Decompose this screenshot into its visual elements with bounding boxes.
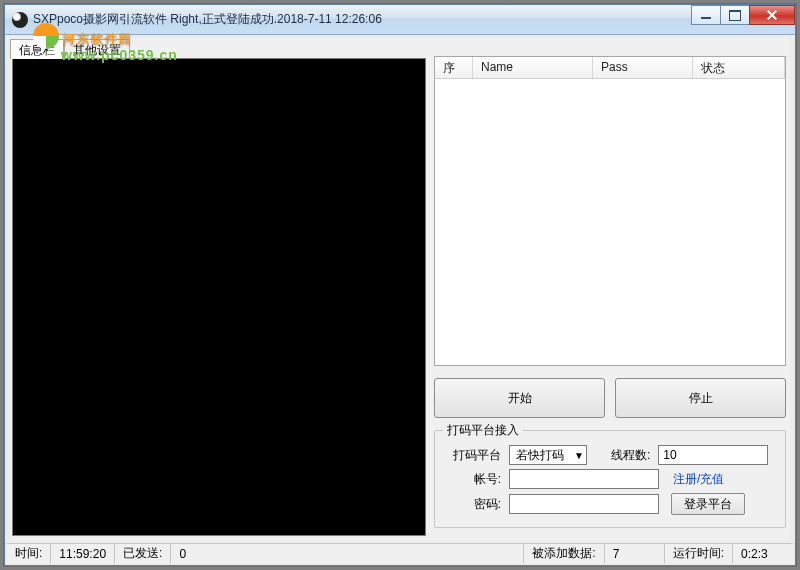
- minimize-button[interactable]: [691, 5, 721, 25]
- login-platform-button[interactable]: 登录平台: [671, 493, 745, 515]
- captcha-platform-group: 打码平台接入 打码平台 若快打码 ▼ 线程数: 帐号: 注册/充值 密码:: [434, 430, 786, 528]
- table-header: 序 Name Pass 状态: [435, 57, 785, 79]
- status-runtime-value: 0:2:3: [733, 544, 793, 563]
- status-sent-label: 已发送:: [115, 544, 171, 563]
- th-pass[interactable]: Pass: [593, 57, 693, 78]
- status-sent-value: 0: [171, 544, 524, 563]
- titlebar: SXPpoco摄影网引流软件 Right,正式登陆成功.2018-7-11 12…: [5, 5, 795, 35]
- status-time-value: 11:59:20: [51, 544, 115, 563]
- accounts-table[interactable]: 序 Name Pass 状态: [434, 56, 786, 366]
- application-window: SXPpoco摄影网引流软件 Right,正式登陆成功.2018-7-11 12…: [4, 4, 796, 566]
- platform-label: 打码平台: [445, 447, 501, 464]
- status-time-label: 时间:: [7, 544, 51, 563]
- th-seq[interactable]: 序: [435, 57, 473, 78]
- right-pane: 序 Name Pass 状态 开始 停止 打码平台接入 打码平台 若快打码 ▼: [434, 56, 786, 535]
- tab-other-settings[interactable]: 其他设置: [64, 39, 130, 59]
- app-icon: [12, 12, 28, 28]
- password-input[interactable]: [509, 494, 659, 514]
- stop-button[interactable]: 停止: [615, 378, 786, 418]
- status-added-label: 被添加数据:: [524, 544, 604, 563]
- platform-select-value: 若快打码: [516, 447, 564, 464]
- threads-input[interactable]: [658, 445, 768, 465]
- account-label: 帐号:: [445, 471, 501, 488]
- window-controls: [692, 5, 795, 25]
- close-button[interactable]: [749, 5, 795, 25]
- tab-info[interactable]: 信息栏: [10, 39, 64, 59]
- maximize-button[interactable]: [720, 5, 750, 25]
- register-recharge-link[interactable]: 注册/充值: [673, 471, 724, 488]
- log-pane[interactable]: [12, 58, 426, 536]
- status-runtime-label: 运行时间:: [665, 544, 733, 563]
- start-button[interactable]: 开始: [434, 378, 605, 418]
- platform-select[interactable]: 若快打码 ▼: [509, 445, 587, 465]
- client-area: 信息栏 其他设置 序 Name Pass 状态 开始 停止 打码平台接入 打码: [10, 38, 790, 541]
- group-legend: 打码平台接入: [443, 422, 523, 439]
- th-state[interactable]: 状态: [693, 57, 785, 78]
- status-added-value: 7: [605, 544, 665, 563]
- tab-strip: 信息栏 其他设置: [10, 38, 790, 58]
- account-input[interactable]: [509, 469, 659, 489]
- chevron-down-icon: ▼: [574, 450, 584, 461]
- window-title: SXPpoco摄影网引流软件 Right,正式登陆成功.2018-7-11 12…: [33, 11, 382, 28]
- threads-label: 线程数:: [611, 447, 650, 464]
- action-buttons: 开始 停止: [434, 378, 786, 418]
- status-bar: 时间: 11:59:20 已发送: 0 被添加数据: 7 运行时间: 0:2:3: [7, 543, 793, 563]
- th-name[interactable]: Name: [473, 57, 593, 78]
- password-label: 密码:: [445, 496, 501, 513]
